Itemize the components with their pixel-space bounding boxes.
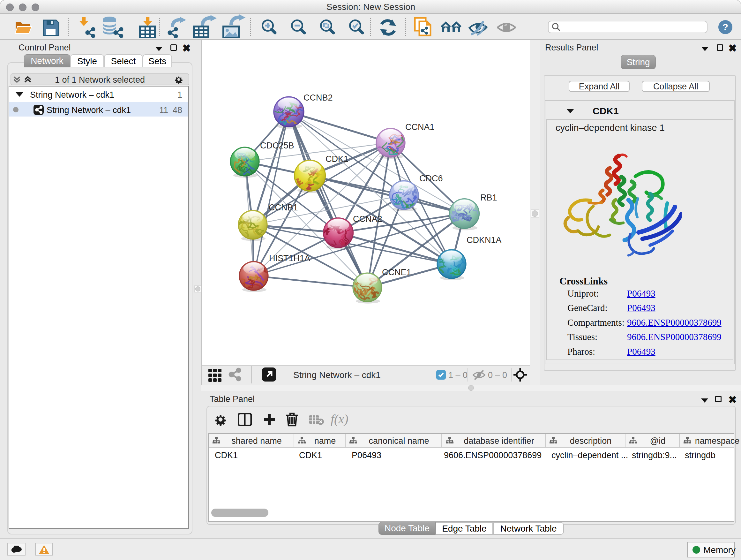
svg-text:CDC25B: CDC25B <box>260 141 294 150</box>
svg-text:CCNB2: CCNB2 <box>304 93 333 103</box>
svg-text:RB1: RB1 <box>480 193 497 202</box>
svg-text:CDC6: CDC6 <box>419 174 443 183</box>
svg-text:CDK1: CDK1 <box>326 154 348 164</box>
svg-text:CCNB1: CCNB1 <box>269 203 298 212</box>
svg-text:CCNA2: CCNA2 <box>353 214 382 224</box>
svg-text:CDKN1A: CDKN1A <box>467 235 502 245</box>
svg-text:HIST1H1A: HIST1H1A <box>269 253 310 263</box>
svg-text:CCNA1: CCNA1 <box>405 122 434 132</box>
svg-text:CCNE1: CCNE1 <box>382 267 411 277</box>
